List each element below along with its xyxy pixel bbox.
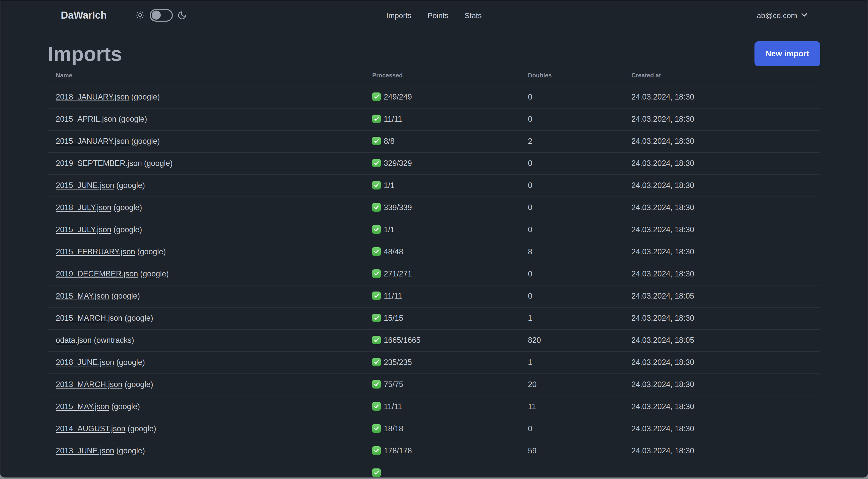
import-file-link[interactable]: 2018_JUNE.json xyxy=(56,358,114,366)
nav-item-imports[interactable]: Imports xyxy=(378,11,420,19)
theme-toggle[interactable] xyxy=(149,9,173,21)
doubles-cell: 0 xyxy=(520,86,623,108)
processed-cell: 249/249 xyxy=(372,92,512,101)
processed-cell: 75/75 xyxy=(372,380,512,389)
processed-count: 11/11 xyxy=(384,402,402,411)
success-check-icon xyxy=(372,158,381,167)
nav-item-points[interactable]: Points xyxy=(420,11,456,19)
created-at-cell: 24.03.2024, 18:30 xyxy=(623,108,820,130)
import-source-label: (google) xyxy=(144,159,173,168)
table-row: 2018_JANUARY.json (google) 249/249 0 24.… xyxy=(48,86,820,108)
processed-cell: 11/11 xyxy=(372,115,512,124)
moon-icon xyxy=(177,10,187,20)
processed-count: 75/75 xyxy=(384,380,403,389)
created-at-cell: 24.03.2024, 18:30 xyxy=(623,440,820,462)
created-at-cell: 24.03.2024, 18:05 xyxy=(623,329,820,351)
doubles-cell: 1 xyxy=(520,307,623,329)
page-title: Imports xyxy=(48,42,122,65)
import-source-label: (google) xyxy=(111,292,140,300)
browser-page: DaWarIch xyxy=(0,0,868,478)
import-file-link[interactable]: 2018_JANUARY.json xyxy=(56,92,129,101)
success-check-icon xyxy=(372,114,381,123)
column-header-created-at: Created at xyxy=(623,68,820,86)
processed-cell: 11/11 xyxy=(372,402,512,411)
navbar: DaWarIch xyxy=(0,0,868,30)
import-file-link[interactable]: 2015_FEBRUARY.json xyxy=(56,247,135,256)
processed-count: 1/1 xyxy=(384,181,395,190)
success-check-icon xyxy=(372,469,381,477)
brand-logo[interactable]: DaWarIch xyxy=(61,9,107,21)
table-row: 2015_APRIL.json (google) 11/11 0 24.03.2… xyxy=(48,108,820,130)
import-file-link[interactable]: 2015_JULY.json xyxy=(56,225,111,234)
import-file-link[interactable]: 2019_DECEMBER.json xyxy=(56,269,138,278)
column-header-doubles: Doubles xyxy=(520,68,623,86)
scrollbar-track[interactable] xyxy=(866,0,868,478)
processed-cell: 15/15 xyxy=(372,313,512,323)
table-row: 2019_SEPTEMBER.json (google) 329/329 0 2… xyxy=(48,152,820,174)
success-check-icon xyxy=(372,247,381,256)
created-at-cell xyxy=(623,462,820,478)
import-source-label: (google) xyxy=(116,446,145,455)
doubles-cell: 0 xyxy=(520,197,623,219)
import-file-link[interactable]: 2013_JUNE.json xyxy=(56,446,114,455)
import-file-link[interactable]: 2014_AUGUST.json xyxy=(56,424,125,433)
doubles-cell: 0 xyxy=(520,263,623,285)
processed-count: 1/1 xyxy=(384,225,395,234)
success-check-icon xyxy=(372,335,381,344)
import-source-label: (google) xyxy=(131,92,160,101)
main-content: Imports New import Name Processed Double… xyxy=(48,41,820,478)
import-file-link[interactable]: 2018_JULY.json xyxy=(56,203,111,212)
processed-cell: 339/339 xyxy=(372,203,512,212)
processed-cell: 1/1 xyxy=(372,225,512,234)
processed-count: 339/339 xyxy=(384,203,412,212)
import-file-link[interactable]: 2019_SEPTEMBER.json xyxy=(56,159,142,168)
processed-cell: 1665/1665 xyxy=(372,336,512,345)
processed-count: 8/8 xyxy=(384,137,395,146)
table-row: odata.json (owntracks) 1665/1665 820 24.… xyxy=(48,329,820,351)
new-import-button[interactable]: New import xyxy=(754,41,820,66)
imports-table: Name Processed Doubles Created at 2018_J… xyxy=(48,68,820,478)
import-file-link[interactable]: 2015_JUNE.json xyxy=(56,181,114,189)
doubles-cell: 820 xyxy=(520,329,623,351)
import-file-link[interactable]: 2015_MAY.json xyxy=(56,292,109,300)
created-at-cell: 24.03.2024, 18:05 xyxy=(623,285,820,307)
doubles-cell: 0 xyxy=(520,174,623,197)
import-file-link[interactable]: 2015_MARCH.json xyxy=(56,313,122,322)
processed-cell: 11/11 xyxy=(372,292,512,301)
table-header-row: Name Processed Doubles Created at xyxy=(48,68,820,86)
processed-cell xyxy=(372,470,512,477)
processed-count: 11/11 xyxy=(384,292,402,301)
success-check-icon xyxy=(372,402,381,410)
table-row: 2015_MAY.json (google) 11/11 0 24.03.202… xyxy=(48,285,820,307)
processed-cell: 8/8 xyxy=(372,137,512,146)
created-at-cell: 24.03.2024, 18:30 xyxy=(623,241,820,263)
app-root: DaWarIch xyxy=(0,0,868,479)
account-menu[interactable]: ab@cd.com xyxy=(757,11,807,19)
import-file-link[interactable]: 2015_MAY.json xyxy=(56,402,109,411)
created-at-cell: 24.03.2024, 18:30 xyxy=(623,152,820,174)
doubles-cell: 1 xyxy=(520,351,623,373)
import-source-label: (google) xyxy=(114,225,142,234)
import-file-link[interactable]: 2015_APRIL.json xyxy=(56,115,116,123)
table-row: 2015_JANUARY.json (google) 8/8 2 24.03.2… xyxy=(48,130,820,152)
created-at-cell: 24.03.2024, 18:30 xyxy=(623,418,820,440)
doubles-cell: 59 xyxy=(520,440,623,462)
processed-count: 249/249 xyxy=(384,92,412,101)
doubles-cell: 2 xyxy=(520,130,623,152)
table-row: 2015_MARCH.json (google) 15/15 1 24.03.2… xyxy=(48,307,820,329)
chevron-down-icon xyxy=(801,13,807,17)
import-source-label: (google) xyxy=(128,424,156,433)
created-at-cell: 24.03.2024, 18:30 xyxy=(623,263,820,285)
import-file-link[interactable]: 2013_MARCH.json xyxy=(56,380,122,389)
import-file-link[interactable]: 2015_JANUARY.json xyxy=(56,137,129,145)
import-source-label: (google) xyxy=(116,181,145,189)
import-source-label: (google) xyxy=(114,203,142,212)
nav-item-stats[interactable]: Stats xyxy=(457,11,490,19)
main-nav: Imports Points Stats xyxy=(378,0,490,30)
success-check-icon xyxy=(372,269,381,278)
created-at-cell: 24.03.2024, 18:30 xyxy=(623,395,820,418)
success-check-icon xyxy=(372,380,381,388)
sun-icon xyxy=(135,10,145,20)
import-file-link[interactable]: odata.json xyxy=(56,336,92,344)
column-header-processed: Processed xyxy=(364,68,520,86)
